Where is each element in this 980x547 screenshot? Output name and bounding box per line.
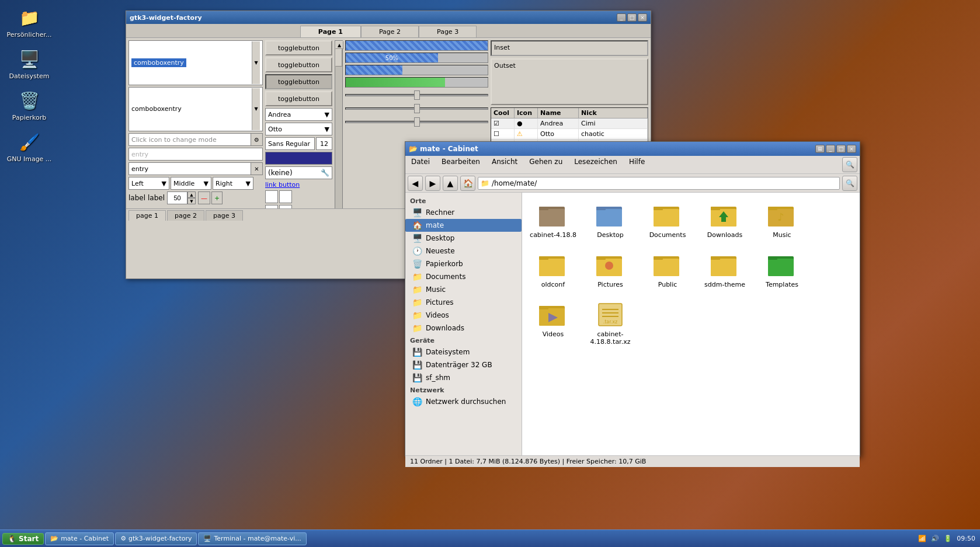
spin-up-btn[interactable]: ▲ <box>187 191 196 198</box>
align-middle-combo[interactable]: Middle ▼ <box>171 177 211 190</box>
combobox-entry-1[interactable]: comboboxentry ▼ <box>128 40 263 85</box>
entry-clear-btn[interactable]: ✕ <box>251 162 263 175</box>
gtk-minimize-button[interactable]: _ <box>617 13 626 22</box>
file-oldconf[interactable]: oldconf <box>527 247 579 292</box>
color-btn-green[interactable]: + <box>211 191 223 204</box>
align-right-combo[interactable]: Right ▼ <box>213 177 253 190</box>
gtk-maximize-button[interactable]: □ <box>627 13 637 22</box>
sidebar-item-rechner[interactable]: 🖥️ Rechner <box>405 206 522 219</box>
combobox-2-arrow[interactable]: ▼ <box>252 88 260 131</box>
start-button[interactable]: 🐧 Start <box>2 533 44 545</box>
taskbar-terminal-btn[interactable]: 🖥️ Terminal - mate@mate-vi... <box>198 532 306 545</box>
combobox-3-icon-btn[interactable]: ⚙ <box>251 133 263 146</box>
color-swatch[interactable] <box>265 152 332 165</box>
file-cabinet-tar[interactable]: .tar.xz cabinet-4.18.8.tar.xz <box>584 297 637 349</box>
desktop-icon-trash[interactable]: 🗑️ Papierkorb <box>6 89 53 121</box>
scrollbar-up-arrow[interactable]: ▲ <box>335 41 343 49</box>
none-combo-row[interactable]: (keine) 🔧 <box>265 166 332 179</box>
entry-with-clear[interactable]: entry <box>128 162 251 175</box>
sidebar-item-videos[interactable]: 📁 Videos <box>405 309 522 322</box>
gtk-page-tab-1[interactable]: Page 1 <box>300 26 361 37</box>
slider-3-thumb[interactable] <box>414 117 420 127</box>
sidebar-item-netzwerk[interactable]: 🌐 Netzwerk durchsuchen <box>405 395 522 408</box>
tree-row-1[interactable]: ☑ ● Andrea Cimi <box>491 119 648 129</box>
desktop-icon-personal[interactable]: 📁 Persönlicher... <box>6 6 53 39</box>
file-templates[interactable]: Templates <box>756 247 808 292</box>
togglebutton-4[interactable]: togglebutton <box>265 91 332 106</box>
file-cabinet-4188[interactable]: cabinet-4.18.8 <box>527 197 579 242</box>
cabinet-menu-datei[interactable]: Datei <box>408 157 433 172</box>
cabinet-toolbar-search-btn[interactable]: 🔍 <box>842 176 857 191</box>
combobox-entry-2[interactable]: comboboxentry ▼ <box>128 87 263 132</box>
file-music[interactable]: ♪ Music <box>756 197 808 242</box>
desktop-icon-filesystem[interactable]: 🖥️ Dateisystem <box>6 47 53 80</box>
gtk-page-tab-3[interactable]: Page 3 <box>419 26 477 37</box>
andrea-combo[interactable]: Andrea ▼ <box>265 108 332 121</box>
gtk-bottom-tab-1[interactable]: page 1 <box>128 210 166 221</box>
cabinet-search-btn[interactable]: 🔍 <box>842 157 857 172</box>
tree-col-nick[interactable]: Nick <box>579 108 648 118</box>
togglebutton-3[interactable]: togglebutton <box>265 74 332 89</box>
spin-down-btn[interactable]: ▼ <box>187 198 196 204</box>
slider-1-thumb[interactable] <box>414 90 420 100</box>
cabinet-menu-gehen[interactable]: Gehen zu <box>526 157 566 172</box>
tree-col-name[interactable]: Name <box>538 108 579 118</box>
sidebar-item-sf-shm[interactable]: 💾 sf_shm <box>405 371 522 384</box>
cabinet-minimize-btn[interactable]: _ <box>826 145 835 153</box>
gtk-page-tab-2[interactable]: Page 2 <box>361 26 419 37</box>
sidebar-item-documents[interactable]: 📁 Documents <box>405 270 522 283</box>
sidebar-item-neueste[interactable]: 🕐 Neueste <box>405 245 522 257</box>
slider-1-track[interactable] <box>345 94 488 96</box>
link-button[interactable]: link button <box>265 181 332 189</box>
slider-3-track[interactable] <box>345 121 488 123</box>
togglebutton-1[interactable]: togglebutton <box>265 40 332 55</box>
tree-col-cool[interactable]: Cool <box>491 108 515 118</box>
gtk-bottom-tab-3[interactable]: page 3 <box>206 210 243 221</box>
align-left-combo[interactable]: Left ▼ <box>128 177 169 190</box>
cabinet-maximize-btn[interactable]: □ <box>836 145 846 153</box>
sidebar-item-papierkorb[interactable]: 🗑️ Papierkorb <box>405 257 522 270</box>
togglebutton-2[interactable]: togglebutton <box>265 57 332 72</box>
font-size-display[interactable]: 12 <box>316 137 332 150</box>
combobox-1-arrow[interactable]: ▼ <box>252 41 260 84</box>
cabinet-home-btn[interactable]: 🏠 <box>460 176 475 191</box>
cabinet-extra-btn[interactable]: ⊞ <box>815 145 825 153</box>
taskbar-cabinet-btn[interactable]: 📂 mate - Cabinet <box>45 532 114 545</box>
sidebar-item-mate[interactable]: 🏠 mate <box>405 219 522 232</box>
entry-plain[interactable]: entry <box>128 148 263 161</box>
cabinet-menu-hilfe[interactable]: Hilfe <box>625 157 648 172</box>
tree-row-2[interactable]: ☐ ⚠ Otto chaotic <box>491 129 648 140</box>
font-name-display[interactable]: Sans Regular <box>265 137 315 150</box>
slider-2-track[interactable] <box>345 107 488 110</box>
file-pictures[interactable]: Pictures <box>584 247 637 292</box>
sidebar-item-dateisystem[interactable]: 💾 Dateisystem <box>405 346 522 358</box>
sidebar-item-pictures[interactable]: 📁 Pictures <box>405 296 522 309</box>
file-videos[interactable]: Videos <box>527 297 579 349</box>
spin-input[interactable]: 50 <box>167 191 187 204</box>
sidebar-item-datentraeger[interactable]: 💾 Datenträger 32 GB <box>405 358 522 371</box>
slider-2-thumb[interactable] <box>414 104 420 113</box>
color-btn-red[interactable]: — <box>198 191 210 204</box>
cabinet-menu-lesezeichen[interactable]: Lesezeichen <box>571 157 621 172</box>
otto-combo[interactable]: Otto ▼ <box>265 123 332 135</box>
gtk-close-button[interactable]: × <box>638 13 647 22</box>
cabinet-menu-bearbeiten[interactable]: Bearbeiten <box>438 157 484 172</box>
sidebar-item-music[interactable]: 📁 Music <box>405 283 522 296</box>
file-public[interactable]: Public <box>641 247 694 292</box>
combobox-entry-3[interactable]: Click icon to change mode <box>128 133 251 146</box>
file-downloads[interactable]: Downloads <box>698 197 751 242</box>
tree-col-icon[interactable]: Icon <box>515 108 538 118</box>
gtk-bottom-tab-2[interactable]: page 2 <box>167 210 204 221</box>
cabinet-menu-ansicht[interactable]: Ansicht <box>488 157 521 172</box>
cabinet-address-bar[interactable]: 📁 /home/mate/ <box>478 177 840 190</box>
cabinet-back-btn[interactable]: ◀ <box>408 176 423 191</box>
none-combo-btn[interactable]: 🔧 <box>321 169 329 177</box>
file-sddm-theme[interactable]: sddm-theme <box>698 247 751 292</box>
cabinet-up-btn[interactable]: ▲ <box>443 176 458 191</box>
desktop-icon-gnu-image[interactable]: 🖌️ GNU Image ... <box>6 130 53 163</box>
small-checkbox-1[interactable] <box>265 190 278 203</box>
file-documents[interactable]: Documents <box>641 197 694 242</box>
file-desktop[interactable]: Desktop <box>584 197 637 242</box>
cabinet-forward-btn[interactable]: ▶ <box>425 176 440 191</box>
sidebar-item-downloads[interactable]: 📁 Downloads <box>405 322 522 335</box>
